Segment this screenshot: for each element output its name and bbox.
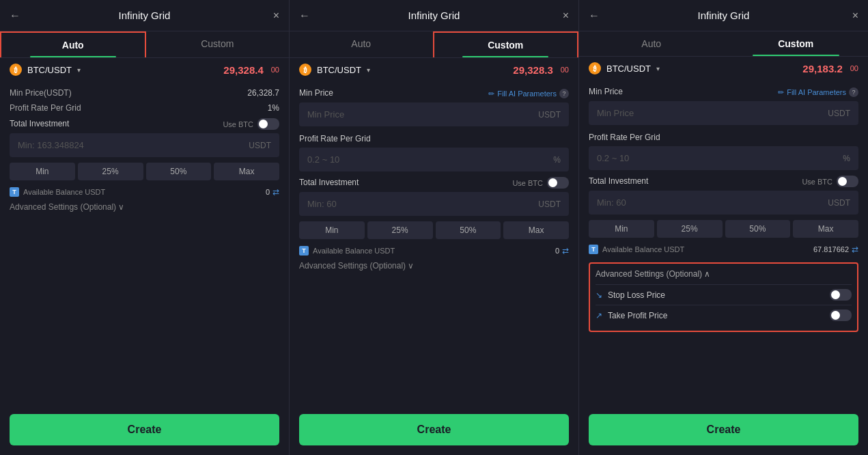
use-btc-row: Use BTC: [802, 176, 858, 187]
price-row: ₿ BTC/USDT ▾ 29,328.4 00: [0, 58, 289, 81]
current-price: 29,183.2: [802, 63, 842, 74]
profit-rate-input[interactable]: 0.2 ~ 10 %: [589, 146, 858, 170]
min-price-label: Min Price: [589, 87, 623, 96]
create-button[interactable]: Create: [589, 414, 858, 445]
fill-ai-row: Min Price ✏ Fill AI Parameters ?: [299, 88, 569, 99]
fill-ai-btn[interactable]: ✏ Fill AI Parameters ?: [488, 89, 569, 98]
min-price-label: Min Price: [299, 88, 333, 98]
pair-dropdown[interactable]: ▾: [77, 66, 81, 74]
available-value: 0 ⇄: [266, 187, 279, 197]
profit-rate-input[interactable]: 0.2 ~ 10 %: [299, 148, 569, 171]
investment-input[interactable]: Min: 60 USDT: [299, 192, 569, 216]
back-arrow[interactable]: ←: [10, 10, 20, 22]
tab-auto[interactable]: Auto: [579, 31, 724, 56]
sub-btn-25%[interactable]: 25%: [657, 220, 723, 238]
field-value: 1%: [268, 103, 279, 113]
available-label: Available Balance USDT: [313, 247, 395, 255]
investment-suffix: USDT: [249, 141, 271, 150]
pair-dropdown[interactable]: ▾: [367, 66, 370, 74]
price-row: ₿ BTC/USDT ▾ 29,328.3 00: [290, 58, 578, 81]
tab-auto[interactable]: Auto: [290, 31, 433, 57]
back-arrow[interactable]: ←: [299, 10, 310, 22]
investment-input[interactable]: Min: 163.348824 USDT: [10, 133, 279, 157]
create-button[interactable]: Create: [299, 414, 569, 445]
use-btc-row: Use BTC: [223, 118, 279, 130]
panel-title: Infinity Grid: [119, 10, 171, 21]
back-arrow[interactable]: ←: [589, 10, 600, 22]
close-button[interactable]: ×: [273, 10, 279, 22]
min-price-placeholder: Min Price: [307, 109, 344, 120]
min-price-input[interactable]: Min Price USDT: [589, 101, 858, 125]
create-button[interactable]: Create: [10, 414, 279, 445]
sub-btn-25%[interactable]: 25%: [78, 163, 143, 180]
advanced-item-toggle[interactable]: [830, 289, 852, 301]
price-dots: 00: [850, 64, 858, 72]
min-price-input[interactable]: Min Price USDT: [299, 102, 569, 126]
use-btc-toggle[interactable]: [547, 177, 569, 189]
use-btc-row: Use BTC: [512, 177, 569, 189]
sub-btn-min[interactable]: Min: [589, 220, 654, 238]
advanced-settings-label: Advanced Settings (Optional) ∨: [299, 261, 414, 271]
sub-btn-min[interactable]: Min: [10, 163, 75, 180]
available-amount: 67.817662: [813, 245, 849, 253]
transfer-icon[interactable]: ⇄: [272, 187, 279, 197]
panel-title: Infinity Grid: [408, 10, 460, 21]
panel-body: Min Price ✏ Fill AI Parameters ? Min Pri…: [290, 81, 578, 407]
profit-rate-label: Profit Rate Per Grid: [299, 134, 371, 143]
panel-header: ← Infinity Grid ×: [0, 0, 289, 31]
panel-header: ← Infinity Grid ×: [290, 0, 578, 31]
sub-btn-max[interactable]: Max: [214, 163, 279, 180]
btc-icon: ₿: [299, 64, 311, 76]
fill-ai-btn[interactable]: ✏ Fill AI Parameters ?: [778, 87, 858, 97]
min-price-placeholder: Min Price: [597, 108, 634, 118]
use-btc-toggle[interactable]: [257, 118, 279, 130]
investment-input[interactable]: Min: 60 USDT: [589, 191, 858, 215]
sub-btn-50%[interactable]: 50%: [725, 220, 791, 238]
advanced-settings-label: Advanced Settings (Optional) ∨: [10, 202, 124, 212]
investment-section: Total Investment Use BTC Min: 60 USDT: [299, 177, 569, 216]
transfer-icon[interactable]: ⇄: [562, 246, 569, 256]
use-btc-toggle[interactable]: [837, 176, 858, 187]
tab-custom[interactable]: Custom: [146, 31, 290, 57]
close-button[interactable]: ×: [563, 10, 569, 22]
advanced-item-label: Stop Loss Price: [608, 290, 830, 300]
question-badge[interactable]: ?: [559, 89, 569, 98]
panel-1: ← Infinity Grid × AutoCustom ₿ BTC/USDT …: [0, 0, 290, 455]
panel-3: ← Infinity Grid × AutoCustom ₿ BTC/USDT …: [579, 0, 868, 455]
panel-header: ← Infinity Grid ×: [579, 0, 868, 31]
tab-auto[interactable]: Auto: [0, 31, 146, 57]
tab-custom[interactable]: Custom: [433, 31, 579, 57]
advanced-settings-toggle[interactable]: Advanced Settings (Optional) ∨: [10, 202, 279, 212]
transfer-icon[interactable]: ⇄: [852, 245, 858, 254]
sub-btn-max[interactable]: Max: [503, 221, 569, 239]
advanced-settings-toggle[interactable]: Advanced Settings (Optional) ∨: [299, 261, 569, 271]
profit-rate-placeholder: 0.2 ~ 10: [307, 154, 339, 165]
fill-ai-row: Min Price ✏ Fill AI Parameters ?: [589, 87, 858, 98]
price-dots: 00: [561, 66, 569, 74]
advanced-item-toggle[interactable]: [830, 309, 852, 321]
question-badge[interactable]: ?: [849, 87, 858, 97]
min-price-section: Min Price ✏ Fill AI Parameters ? Min Pri…: [589, 87, 858, 125]
available-balance-row: T Available Balance USDT 0 ⇄: [299, 246, 569, 256]
investment-header: Total Investment Use BTC: [299, 177, 569, 189]
available-icon: T: [589, 245, 598, 254]
current-price: 29,328.4: [223, 64, 263, 76]
min-price-suffix: USDT: [828, 109, 850, 118]
advanced-settings-label[interactable]: Advanced Settings (Optional) ∧: [596, 269, 710, 279]
btc-icon: ₿: [589, 62, 601, 74]
tab-row: AutoCustom: [0, 31, 289, 58]
sub-btn-max[interactable]: Max: [793, 220, 858, 238]
available-amount: 0: [555, 247, 559, 255]
panel-body: Min Price(USDT) 26,328.7 Profit Rate Per…: [0, 81, 289, 407]
sub-btn-min[interactable]: Min: [299, 221, 365, 239]
investment-header: Total Investment Use BTC: [10, 118, 279, 130]
pencil-icon: ✏: [778, 88, 784, 97]
close-button[interactable]: ×: [852, 10, 858, 22]
tab-custom[interactable]: Custom: [724, 31, 869, 56]
panel-2: ← Infinity Grid × AutoCustom ₿ BTC/USDT …: [290, 0, 579, 455]
sub-btn-50%[interactable]: 50%: [146, 163, 212, 180]
sub-btn-25%[interactable]: 25%: [367, 221, 433, 239]
pair-dropdown[interactable]: ▾: [656, 65, 660, 72]
sub-btn-50%[interactable]: 50%: [436, 221, 501, 239]
current-price: 29,328.3: [513, 64, 552, 76]
